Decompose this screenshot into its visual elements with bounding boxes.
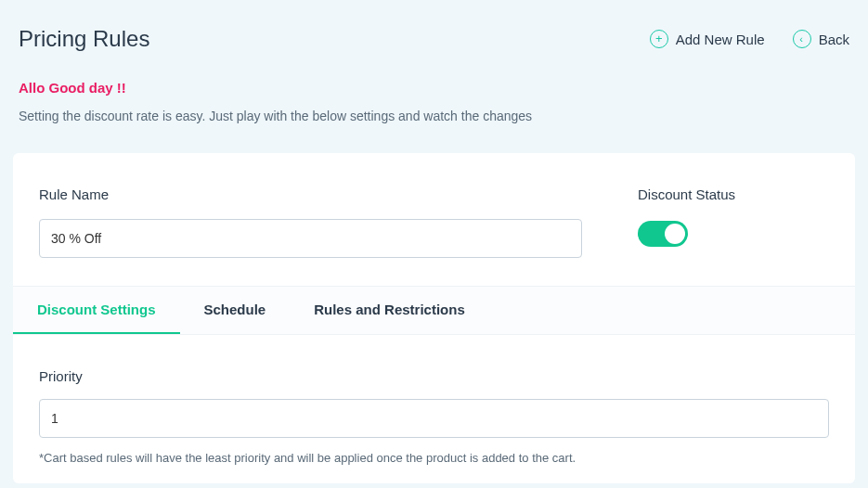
discount-status-group: Discount Status bbox=[638, 186, 829, 258]
priority-input[interactable] bbox=[39, 399, 829, 438]
priority-label: Priority bbox=[39, 368, 829, 384]
back-button[interactable]: ‹ Back bbox=[793, 30, 849, 48]
rule-name-group: Rule Name bbox=[39, 186, 582, 258]
tabs: Discount Settings Schedule Rules and Res… bbox=[13, 286, 855, 335]
toggle-knob bbox=[665, 224, 685, 244]
discount-status-label: Discount Status bbox=[638, 186, 829, 202]
plus-circle-icon: + bbox=[650, 30, 668, 48]
tab-discount-settings[interactable]: Discount Settings bbox=[13, 287, 180, 334]
rule-name-input[interactable] bbox=[39, 219, 582, 258]
tab-schedule[interactable]: Schedule bbox=[180, 287, 291, 334]
page-title: Pricing Rules bbox=[19, 26, 149, 52]
back-label: Back bbox=[819, 32, 849, 47]
add-new-rule-button[interactable]: + Add New Rule bbox=[650, 30, 765, 48]
chevron-left-icon: ‹ bbox=[793, 30, 811, 48]
greeting-text: Allo Good day !! bbox=[0, 52, 868, 96]
add-new-rule-label: Add New Rule bbox=[676, 32, 765, 47]
intro-subtext: Setting the discount rate is easy. Just … bbox=[0, 96, 868, 123]
rule-name-label: Rule Name bbox=[39, 186, 582, 202]
header-actions: + Add New Rule ‹ Back bbox=[650, 30, 849, 48]
tab-rules-restrictions[interactable]: Rules and Restrictions bbox=[290, 287, 489, 334]
discount-status-toggle[interactable] bbox=[638, 221, 688, 247]
tab-body: Priority *Cart based rules will have the… bbox=[13, 335, 855, 483]
priority-hint: *Cart based rules will have the least pr… bbox=[39, 451, 829, 465]
rule-card: Rule Name Discount Status Discount Setti… bbox=[13, 153, 855, 483]
